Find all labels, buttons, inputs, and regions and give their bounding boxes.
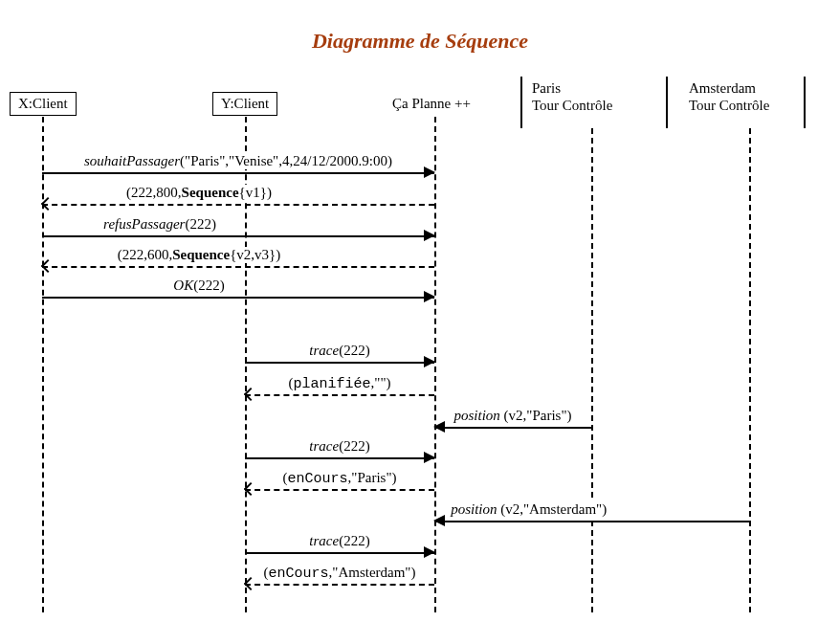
msg-position-amsterdam: position (v2,"Amsterdam"): [434, 511, 749, 530]
participant-label: Y:Client: [221, 96, 269, 111]
participant-label-line2: Tour Contrôle: [689, 98, 769, 113]
participant-label-line1: Paris: [532, 80, 561, 96]
msg-return-seq-v2v3: (222,600,Sequence{v2,v3}): [42, 256, 434, 276]
msg-trace-2: trace(222): [245, 448, 434, 467]
msg-return-encours-paris: (enCours,"Paris"): [245, 479, 434, 499]
participant-amsterdam: Amsterdam Tour Contrôle: [681, 77, 777, 128]
diagram-title: Diagramme de Séquence: [0, 0, 840, 54]
lifeline-paris: [591, 128, 593, 612]
participant-y-client: Y:Client: [212, 92, 277, 116]
msg-souhaitPassager: souhaitPassager("Paris","Venise",4,24/12…: [42, 163, 434, 182]
msg-label: trace(222): [307, 343, 371, 359]
msg-label: (planifiée,""): [286, 375, 392, 392]
msg-return-planifiee: (planifiée,""): [245, 385, 434, 404]
participant-label: X:Client: [18, 96, 68, 111]
lifeline-x: [42, 117, 44, 612]
participant-paris: Paris Tour Contrôle: [524, 77, 620, 128]
msg-label: (enCours,"Paris"): [280, 470, 398, 487]
msg-refusPassager: refusPassager(222): [42, 226, 434, 245]
msg-trace-1: trace(222): [245, 352, 434, 371]
participant-label: Ça Planne ++: [392, 96, 471, 111]
participant-label-line1: Amsterdam: [689, 80, 756, 96]
msg-trace-3: trace(222): [245, 543, 434, 562]
msg-return-seq-v1: (222,800,Sequence{v1}): [42, 194, 434, 213]
participant-ca-planne: Ça Planne ++: [385, 92, 478, 115]
msg-label: position (v2,"Amsterdam"): [449, 501, 608, 518]
participant-x-client: X:Client: [10, 92, 77, 116]
msg-label: (222,600,Sequence{v2,v3}): [116, 247, 283, 263]
msg-label: refusPassager(222): [101, 216, 218, 233]
msg-return-encours-amsterdam: (enCours,"Amsterdam"): [245, 574, 434, 593]
msg-label: trace(222): [307, 438, 371, 455]
lifeline-amsterdam: [749, 128, 751, 612]
msg-position-paris: position (v2,"Paris"): [434, 417, 591, 436]
msg-label: OK(222): [171, 278, 226, 294]
msg-ok: OK(222): [42, 287, 434, 306]
sequence-diagram: X:Client Y:Client Ça Planne ++ Paris Tou…: [0, 75, 840, 612]
participant-label-line2: Tour Contrôle: [532, 98, 612, 113]
msg-label: position (v2,"Paris"): [452, 408, 573, 424]
msg-label: souhaitPassager("Paris","Venise",4,24/12…: [82, 153, 394, 169]
msg-label: (222,800,Sequence{v1}): [124, 185, 274, 201]
msg-label: trace(222): [307, 533, 371, 549]
msg-label: (enCours,"Amsterdam"): [262, 565, 418, 582]
